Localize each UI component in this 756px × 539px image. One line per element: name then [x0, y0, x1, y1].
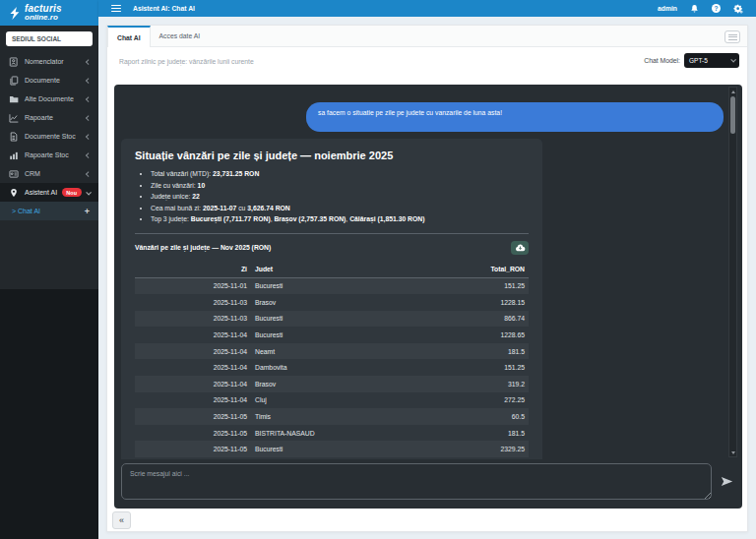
- response-title: Situație vânzări pe zile și județe — noi…: [135, 150, 529, 161]
- report-hint: Raport zilnic pe județe: vânzările lunii…: [119, 58, 254, 65]
- download-csv-button[interactable]: [511, 241, 529, 255]
- page-title: Asistent AI: Chat AI: [133, 5, 195, 12]
- table-row: 2025-11-05Bucuresti2329.25: [135, 441, 529, 457]
- sidebar-item-alte-documente[interactable]: Alte Documente: [0, 90, 98, 108]
- map-pin-icon: [9, 188, 19, 198]
- divider: [135, 233, 529, 234]
- sidebar-item-rapoarte-stoc[interactable]: Rapoarte Stoc: [0, 146, 98, 164]
- folder-icon: [9, 94, 19, 104]
- response-bullet: Zile cu vânzări: 10: [151, 180, 529, 192]
- chat-model-select[interactable]: GPT-5: [684, 53, 739, 68]
- chevron-left-icon: [86, 115, 91, 120]
- chevron-left-icon: [86, 96, 91, 101]
- user-message-bubble: sa facem o situatie pe zile pe judete cu…: [306, 102, 724, 132]
- response-bullet: Județe unice: 22: [151, 191, 529, 203]
- sidebar-item-rapoarte[interactable]: Rapoarte: [0, 108, 98, 127]
- ai-response-card: Situație vânzări pe zile și județe — noi…: [121, 139, 542, 459]
- response-bullet: Cea mai bună zi: 2025-11-07 cu 3,626.74 …: [151, 203, 529, 214]
- bell-icon[interactable]: [690, 4, 699, 14]
- chevron-down-icon: [86, 190, 91, 195]
- copy-icon: [9, 76, 19, 86]
- chevron-left-icon: [86, 59, 91, 64]
- chevron-left-icon: [86, 78, 91, 83]
- new-badge: Nou: [62, 188, 82, 197]
- chevron-left-icon: [86, 171, 91, 176]
- chart-line-icon: [9, 113, 19, 123]
- table-row: 2025-11-04Bucuresti1228.65: [135, 327, 529, 343]
- sidebar-item-asistent-ai[interactable]: Asistent AI Nou: [0, 183, 98, 202]
- table-header-row: Vânzări pe zile și județe — Nov 2025 (RO…: [135, 241, 529, 255]
- collapse-button[interactable]: «: [112, 511, 131, 529]
- content-area: Chat AI Acces date AI Raport zilnic pe j…: [98, 17, 756, 539]
- add-chat-button[interactable]: +: [85, 207, 90, 216]
- chat-messages: sa facem o situatie pe zile pe judete cu…: [114, 85, 742, 459]
- table-row: 2025-11-04Cluj272.25: [135, 392, 529, 409]
- app-logo[interactable]: facturis online.ro: [0, 0, 98, 26]
- tab-acces-date-ai[interactable]: Acces date AI: [151, 26, 210, 46]
- menu-toggle-button[interactable]: [111, 5, 121, 13]
- table-row: 2025-11-03Bucuresti866.74: [135, 311, 529, 328]
- sidebar-item-crm[interactable]: CRM: [0, 164, 98, 183]
- chevron-left-icon: [86, 134, 91, 139]
- chevron-down-icon: [730, 58, 735, 63]
- scrollbar-thumb[interactable]: [730, 96, 735, 134]
- chat-scrollbar[interactable]: [728, 87, 737, 457]
- table-row: 2025-11-04Brasov319.2: [135, 376, 529, 392]
- logo-icon: [8, 6, 21, 21]
- sidebar: facturis online.ro SEDIUL SOCIAL Nomencl…: [0, 0, 98, 539]
- file-text-icon: [9, 132, 19, 142]
- table-header: Zi Judet Total_RON: [135, 261, 529, 278]
- topbar: Asistent AI: Chat AI admin ?: [98, 0, 756, 17]
- table-row: 2025-11-03Brasov1228.15: [135, 294, 529, 311]
- response-bullet: Top 3 județe: București (7,711.77 RON), …: [151, 213, 529, 225]
- sidebar-item-documente-stoc[interactable]: Documente Stoc: [0, 127, 98, 146]
- settings-gears-icon[interactable]: [733, 4, 743, 14]
- scroll-up-icon[interactable]: [731, 90, 735, 93]
- chat-card: Chat AI Acces date AI Raport zilnic pe j…: [106, 25, 748, 532]
- topbar-actions: admin ?: [658, 4, 756, 14]
- scroll-down-icon[interactable]: [731, 451, 735, 454]
- panel-list-icon[interactable]: [724, 30, 740, 43]
- sidebar-item-nomenclator[interactable]: Nomenclator: [0, 52, 98, 71]
- tab-chat-ai[interactable]: Chat AI: [107, 26, 151, 47]
- table-row: 2025-11-05Timis60.5: [135, 408, 529, 425]
- message-input[interactable]: [121, 463, 712, 500]
- chat-model-label: Chat Model:: [644, 57, 680, 64]
- chat-panel: sa facem o situatie pe zile pe judete cu…: [114, 85, 742, 509]
- table-title: Vânzări pe zile și județe — Nov 2025 (RO…: [135, 244, 271, 251]
- response-bullet-list: Total vânzări (MTD): 23,731.25 RONZile c…: [151, 168, 529, 225]
- user-menu[interactable]: admin: [658, 5, 677, 12]
- company-selector[interactable]: SEDIUL SOCIAL: [6, 31, 93, 46]
- help-icon[interactable]: ?: [712, 4, 721, 13]
- sidebar-item-chat-ai[interactable]: > Chat AI +: [0, 202, 98, 220]
- id-card-icon: [9, 169, 19, 179]
- chat-model-row: Chat Model: GPT-5: [644, 53, 739, 68]
- chart-bar-icon: [9, 150, 19, 160]
- chevron-left-icon: [86, 152, 91, 157]
- logo-text: facturis online.ro: [25, 4, 62, 23]
- tab-bar: Chat AI Acces date AI: [107, 26, 747, 47]
- sales-table: Zi Judet Total_RON 2025-11-01Bucuresti15…: [135, 261, 529, 458]
- sidebar-menu: SEDIUL SOCIAL Nomenclator Documente Alte…: [0, 26, 98, 289]
- table-row: 2025-11-04Neamt181.5: [135, 343, 529, 360]
- table-row: 2025-11-04Dambovita151.25: [135, 359, 529, 376]
- send-button[interactable]: [718, 472, 735, 490]
- response-bullet: Total vânzări (MTD): 23,731.25 RON: [151, 168, 529, 180]
- sidebar-item-documente[interactable]: Documente: [0, 71, 98, 90]
- address-book-icon: [9, 57, 19, 67]
- table-row: 2025-11-05BISTRITA-NASAUD181.5: [135, 425, 529, 442]
- sales-table-body: 2025-11-01Bucuresti151.252025-11-03Braso…: [135, 277, 529, 457]
- table-row: 2025-11-01Bucuresti151.25: [135, 277, 529, 294]
